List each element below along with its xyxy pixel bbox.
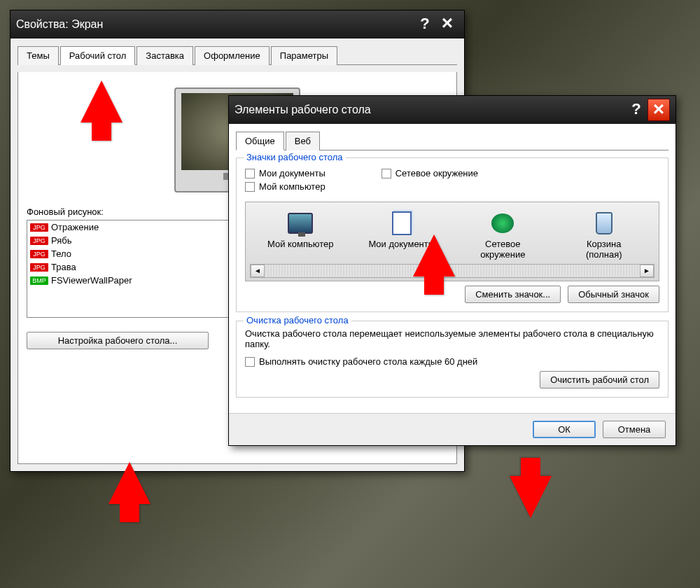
jpg-icon: JPG [30, 263, 48, 272]
scroll-left-icon[interactable]: ◄ [251, 265, 265, 277]
checkbox-label: Мой компьютер [259, 181, 326, 192]
checkbox-label: Мои документы [259, 168, 326, 178]
jpg-icon: JPG [30, 223, 48, 232]
cancel-button[interactable]: Отмена [603, 421, 666, 438]
tab-themes[interactable]: Темы [18, 46, 59, 65]
icon-my-computer[interactable]: Мой компьютер [262, 209, 339, 260]
window-title: Свойства: Экран [16, 18, 103, 31]
tab-desktop[interactable]: Рабочий стол [60, 46, 136, 65]
tab-strip: Общие Веб [236, 131, 668, 150]
tab-appearance[interactable]: Оформление [195, 46, 270, 65]
group-legend: Значки рабочего стола [244, 152, 346, 162]
recycle-bin-icon [596, 212, 612, 234]
tab-settings[interactable]: Параметры [271, 46, 337, 65]
change-icon-button[interactable]: Сменить значок... [465, 286, 561, 303]
titlebar[interactable]: Свойства: Экран ? × [10, 10, 464, 38]
jpg-icon: JPG [30, 250, 48, 258]
titlebar[interactable]: Элементы рабочего стола ? × [229, 96, 676, 124]
bmp-icon: BMP [30, 276, 48, 285]
default-icon-button[interactable]: Обычный значок [568, 286, 659, 303]
checkbox-label: Сетевое окружение [396, 168, 478, 178]
close-icon[interactable]: × [648, 99, 670, 121]
checkbox-cleanup-60days[interactable] [245, 357, 255, 367]
jpg-icon: JPG [30, 237, 48, 245]
computer-icon [288, 213, 313, 234]
annotation-arrow-3 [413, 234, 455, 276]
checkbox-my-documents[interactable] [245, 169, 255, 178]
window-title: Элементы рабочего стола [234, 104, 371, 116]
group-legend: Очистка рабочего стола [244, 315, 351, 326]
ok-button[interactable]: ОК [533, 421, 596, 438]
network-icon [491, 214, 514, 233]
documents-icon [392, 211, 412, 235]
icon-recycle-bin[interactable]: Корзина (полная) [566, 209, 643, 260]
scroll-right-icon[interactable]: ► [640, 265, 654, 277]
checkbox-network[interactable] [382, 169, 391, 178]
help-icon[interactable]: ? [628, 102, 645, 118]
cleanup-description: Очистка рабочего стола перемещает неиспо… [245, 328, 659, 349]
cleanup-now-button[interactable]: Очистить рабочий стол [540, 371, 659, 388]
cleanup-group: Очистка рабочего стола Очистка рабочего … [236, 321, 668, 398]
annotation-arrow-1 [80, 80, 122, 122]
tab-web[interactable]: Веб [286, 132, 320, 150]
tab-screensaver[interactable]: Заставка [136, 46, 193, 65]
help-icon[interactable]: ? [416, 16, 433, 33]
annotation-arrow-4 [510, 476, 552, 518]
tab-strip: Темы Рабочий стол Заставка Оформление Па… [18, 46, 457, 65]
tab-general[interactable]: Общие [236, 132, 284, 150]
desktop-settings-button[interactable]: Настройка рабочего стола... [27, 332, 209, 349]
checkbox-label: Выполнять очистку рабочего стола каждые … [259, 356, 477, 367]
close-icon[interactable]: × [436, 13, 458, 36]
icon-network[interactable]: Сетевое окружение [464, 209, 541, 260]
checkbox-my-computer[interactable] [245, 182, 255, 192]
annotation-arrow-2 [108, 462, 150, 504]
